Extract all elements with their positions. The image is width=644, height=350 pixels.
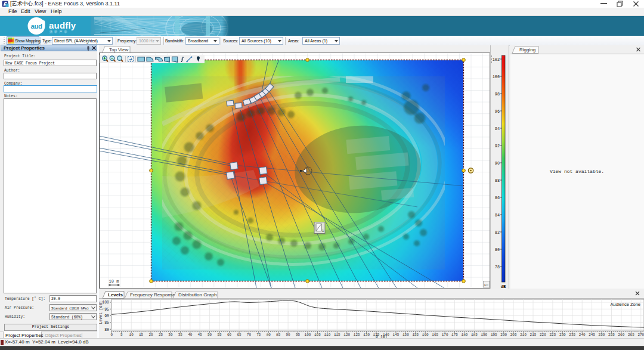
svg-text:96: 96: [495, 109, 500, 114]
svg-text:80: 80: [495, 247, 500, 252]
svg-text:90: 90: [104, 314, 109, 318]
svg-text:45: 45: [198, 333, 203, 337]
svg-text:0: 0: [110, 333, 113, 337]
svg-text:10: 10: [129, 333, 134, 337]
svg-text:190: 190: [481, 333, 487, 337]
svg-text:50: 50: [208, 333, 212, 337]
svg-text:90: 90: [286, 333, 290, 337]
svg-text:D [m]: D [m]: [376, 335, 388, 339]
svg-text:235: 235: [569, 333, 575, 337]
svg-text:20: 20: [148, 333, 153, 337]
svg-text:195: 195: [491, 333, 497, 337]
svg-text:110: 110: [324, 333, 330, 337]
svg-text:audfly: audfly: [49, 20, 76, 30]
svg-text:265: 265: [628, 333, 634, 337]
svg-text:aud: aud: [31, 23, 42, 30]
svg-text:210: 210: [520, 333, 527, 337]
svg-text:205: 205: [510, 333, 517, 337]
svg-text:215: 215: [530, 333, 537, 337]
svg-text:200: 200: [500, 333, 507, 337]
svg-text:Rigging: Rigging: [519, 47, 535, 52]
svg-text:170: 170: [442, 333, 448, 337]
svg-text:160: 160: [422, 333, 429, 337]
svg-text:65: 65: [237, 333, 242, 337]
svg-text:225: 225: [549, 333, 556, 337]
svg-text:35: 35: [178, 333, 183, 337]
svg-text:155: 155: [412, 333, 419, 337]
svg-text:95: 95: [296, 333, 301, 337]
svg-text:Levels: Levels: [108, 292, 123, 298]
svg-text:115: 115: [334, 333, 340, 337]
svg-text:88: 88: [495, 178, 500, 183]
svg-text:260: 260: [618, 333, 624, 337]
svg-text:60: 60: [227, 333, 232, 337]
svg-text:40: 40: [188, 333, 193, 337]
svg-text:15: 15: [139, 333, 144, 337]
svg-text:100: 100: [493, 75, 500, 79]
svg-text:5: 5: [120, 333, 123, 337]
svg-text:120: 120: [343, 333, 350, 337]
svg-text:70: 70: [247, 333, 252, 337]
svg-text:82: 82: [495, 230, 500, 235]
svg-text:25: 25: [159, 333, 163, 337]
svg-text:100: 100: [102, 301, 109, 305]
svg-text:80: 80: [104, 328, 109, 332]
svg-text:240: 240: [579, 333, 586, 337]
svg-text:255: 255: [608, 333, 615, 337]
svg-text:185: 185: [471, 333, 478, 337]
svg-text:90: 90: [495, 161, 500, 166]
svg-text:Frequency Response: Frequency Response: [130, 292, 176, 298]
svg-text:230: 230: [559, 333, 566, 337]
svg-text:95: 95: [104, 308, 109, 312]
svg-text:270: 270: [637, 333, 644, 337]
svg-text:145: 145: [392, 333, 399, 337]
svg-text:165: 165: [432, 333, 438, 337]
svg-text:92: 92: [495, 144, 500, 148]
svg-text:10 m: 10 m: [109, 279, 119, 284]
svg-text:130: 130: [363, 333, 370, 337]
svg-text:30: 30: [168, 333, 173, 337]
svg-text:78: 78: [495, 265, 500, 270]
svg-text:94: 94: [495, 126, 500, 131]
svg-text:85: 85: [104, 321, 109, 325]
svg-text:80: 80: [267, 333, 271, 337]
svg-text:75: 75: [256, 333, 261, 337]
svg-text:84: 84: [495, 213, 500, 218]
svg-text:86: 86: [495, 196, 500, 200]
svg-text:180: 180: [462, 333, 468, 337]
svg-text:55: 55: [217, 333, 222, 337]
svg-text:Level [dB]: Level [dB]: [99, 301, 103, 324]
svg-text:245: 245: [589, 333, 595, 337]
svg-text:1: 1: [322, 229, 324, 233]
svg-text:102: 102: [493, 57, 500, 62]
svg-text:Distribution Graph: Distribution Graph: [178, 292, 216, 298]
svg-text:250: 250: [599, 333, 605, 337]
svg-text:98: 98: [495, 92, 500, 97]
svg-text:220: 220: [540, 333, 546, 337]
svg-text:FC: FC: [484, 283, 489, 287]
svg-text:100: 100: [305, 333, 311, 337]
svg-text:175: 175: [451, 333, 458, 337]
svg-text:125: 125: [354, 333, 360, 337]
svg-text:Audience Zone: Audience Zone: [611, 302, 640, 307]
svg-text:150: 150: [402, 333, 409, 337]
svg-text:85: 85: [276, 333, 281, 337]
svg-text:清听声学: 清听声学: [49, 30, 69, 34]
svg-text:Top View: Top View: [109, 47, 129, 52]
svg-text:105: 105: [314, 333, 321, 337]
